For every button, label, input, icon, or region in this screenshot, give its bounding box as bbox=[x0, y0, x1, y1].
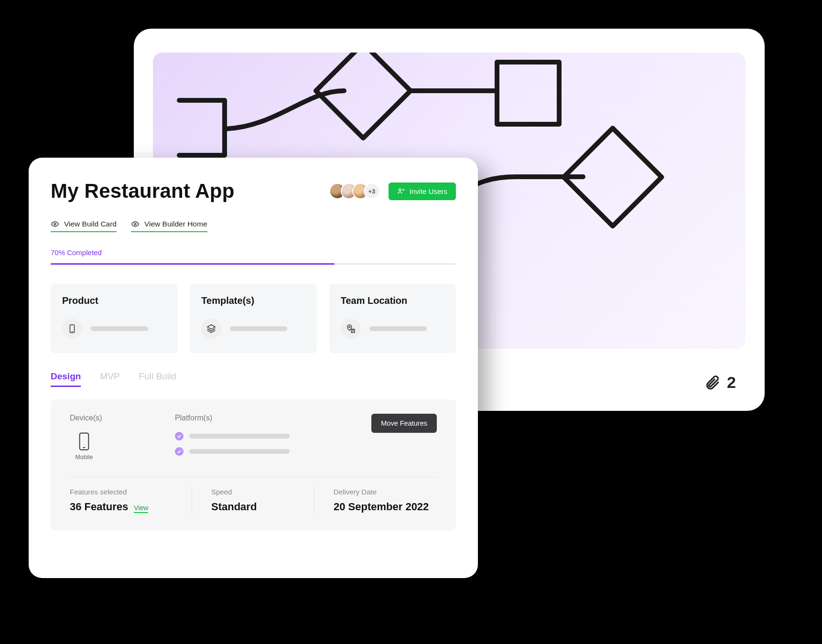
svg-rect-2 bbox=[497, 62, 559, 124]
templates-card: Template(s) bbox=[190, 284, 316, 353]
paperclip-icon bbox=[704, 375, 720, 391]
features-stat-label: Features selected bbox=[70, 488, 192, 496]
attachments-indicator[interactable]: 2 bbox=[704, 373, 736, 392]
product-icon-bubble bbox=[62, 319, 82, 339]
platform-row bbox=[175, 447, 371, 456]
eye-icon bbox=[51, 220, 59, 228]
templates-card-title: Template(s) bbox=[201, 295, 305, 306]
placeholder-bar bbox=[369, 326, 427, 331]
mobile-icon bbox=[67, 323, 77, 334]
features-stat: Features selected 36 Features View bbox=[70, 488, 192, 513]
view-builder-home-link[interactable]: View Builder Home bbox=[131, 220, 207, 232]
team-location-card-title: Team Location bbox=[341, 295, 444, 306]
avatar-stack: +3 bbox=[329, 183, 380, 199]
device-name: Mobile bbox=[76, 454, 93, 461]
delivery-stat-value: 20 September 2022 bbox=[334, 501, 429, 513]
speed-stat: Speed Standard bbox=[192, 488, 314, 513]
platforms-label: Platform(s) bbox=[175, 414, 371, 422]
progress-fill bbox=[51, 263, 335, 265]
placeholder-bar bbox=[189, 434, 290, 439]
placeholder-bar bbox=[189, 449, 290, 454]
view-build-card-label: View Build Card bbox=[64, 220, 117, 228]
progress-label: 70% Completed bbox=[51, 248, 456, 257]
speed-stat-label: Speed bbox=[211, 488, 314, 496]
svg-point-13 bbox=[348, 326, 350, 328]
product-card: Product bbox=[51, 284, 177, 353]
sublinks-row: View Build Card View Builder Home bbox=[51, 220, 456, 232]
divider bbox=[70, 477, 437, 477]
placeholder-bar bbox=[91, 326, 148, 331]
product-card-title: Product bbox=[62, 295, 166, 306]
build-tabs: Design MVP Full Build bbox=[51, 371, 456, 387]
platform-row bbox=[175, 432, 371, 440]
view-build-card-link[interactable]: View Build Card bbox=[51, 220, 117, 232]
info-cards-row: Product Template(s) Team Location bbox=[51, 284, 456, 353]
avatar-overflow[interactable]: +3 bbox=[364, 183, 380, 199]
details-bottom-row: Features selected 36 Features View Speed… bbox=[70, 488, 437, 513]
devices-label: Device(s) bbox=[70, 414, 175, 422]
features-view-link[interactable]: View bbox=[134, 504, 148, 513]
check-icon bbox=[175, 432, 184, 440]
mobile-icon bbox=[77, 432, 91, 451]
dashboard-card: My Restaurant App +3 Invite Users View B… bbox=[29, 158, 478, 578]
details-top-row: Device(s) Mobile Platform(s) Move Featur… bbox=[70, 414, 437, 461]
templates-icon-bubble bbox=[201, 319, 221, 339]
team-icon-bubble bbox=[341, 319, 361, 339]
layers-icon bbox=[206, 323, 216, 334]
invite-users-label: Invite Users bbox=[410, 187, 447, 195]
check-icon bbox=[175, 447, 184, 456]
tab-design[interactable]: Design bbox=[51, 371, 81, 387]
delivery-stat: Delivery Date 20 September 2022 bbox=[314, 488, 437, 513]
features-stat-value: 36 Features bbox=[70, 501, 128, 513]
move-features-button[interactable]: Move Features bbox=[371, 414, 437, 433]
view-builder-home-label: View Builder Home bbox=[144, 220, 207, 228]
attachments-count: 2 bbox=[727, 373, 736, 392]
invite-users-button[interactable]: Invite Users bbox=[389, 182, 456, 200]
device-item: Mobile bbox=[70, 432, 98, 461]
svg-point-8 bbox=[54, 223, 56, 225]
tab-full-build[interactable]: Full Build bbox=[139, 371, 176, 387]
svg-rect-0 bbox=[316, 53, 411, 138]
platforms-column: Platform(s) bbox=[175, 414, 371, 456]
app-title: My Restaurant App bbox=[51, 180, 235, 203]
eye-icon bbox=[131, 220, 140, 228]
progress-bar bbox=[51, 263, 456, 265]
placeholder-bar bbox=[230, 326, 287, 331]
dashboard-header: My Restaurant App +3 Invite Users bbox=[51, 180, 456, 203]
user-plus-icon bbox=[397, 187, 405, 195]
devices-column: Device(s) Mobile bbox=[70, 414, 175, 461]
team-location-card: Team Location bbox=[329, 284, 456, 353]
users-area: +3 Invite Users bbox=[329, 182, 456, 200]
svg-marker-12 bbox=[207, 325, 216, 329]
tab-mvp[interactable]: MVP bbox=[100, 371, 119, 387]
svg-point-9 bbox=[134, 223, 136, 225]
svg-point-7 bbox=[399, 189, 401, 191]
delivery-stat-label: Delivery Date bbox=[334, 488, 437, 496]
speed-stat-value: Standard bbox=[211, 501, 257, 513]
details-panel: Device(s) Mobile Platform(s) Move Featur… bbox=[51, 399, 456, 530]
location-building-icon bbox=[346, 323, 356, 334]
